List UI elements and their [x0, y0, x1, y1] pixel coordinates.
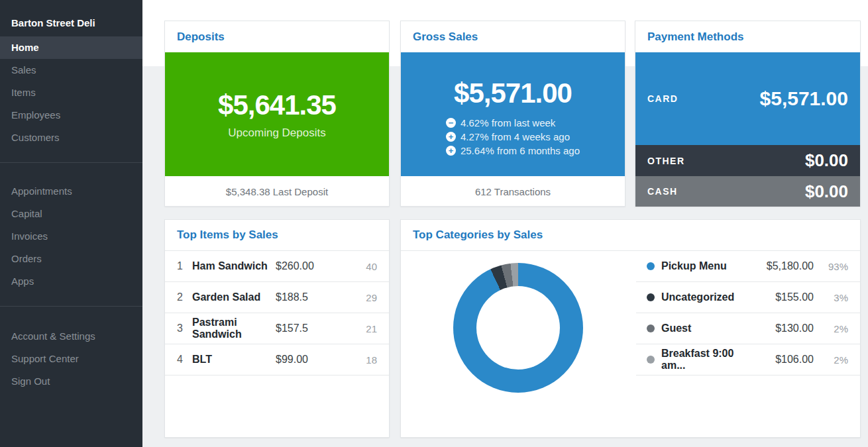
sidebar-item-sign-out[interactable]: Sign Out — [0, 370, 142, 393]
payment-row-cash: CASH $0.00 — [635, 176, 860, 207]
sidebar: Barton Street Deli Home Sales Items Empl… — [0, 0, 142, 447]
sidebar-item-apps[interactable]: Apps — [0, 270, 142, 293]
item-amount: $260.00 — [276, 260, 351, 272]
decrease-icon: − — [446, 118, 456, 128]
legend-dot-icon — [647, 293, 655, 301]
increase-icon: + — [446, 146, 456, 156]
gross-sales-block: $5,571.00 − 4.62% from last week + 4.27%… — [401, 52, 625, 176]
main-content: ? Help Deposits $5,641.35 Upcoming Depos… — [142, 0, 868, 447]
gross-sales-card: Gross Sales $5,571.00 − 4.62% from last … — [400, 21, 625, 207]
item-name: Garden Salad — [192, 291, 276, 303]
deposits-title[interactable]: Deposits — [177, 30, 225, 44]
legend-percent: 93% — [814, 261, 848, 272]
change-text: 4.62% from last week — [461, 117, 555, 128]
item-count: 18 — [351, 354, 377, 366]
legend-amount: $5,180.00 — [744, 260, 814, 272]
legend-row: Guest $130.00 2% — [636, 313, 860, 344]
business-name: Barton Street Deli — [0, 0, 142, 36]
deposits-block: $5,641.35 Upcoming Deposits — [165, 52, 389, 176]
table-row: 1 Ham Sandwich $260.00 40 — [165, 251, 389, 282]
gross-sales-footer: 612 Transactions — [401, 176, 625, 207]
sidebar-item-employees[interactable]: Employees — [0, 104, 142, 126]
change-row: + 4.27% from 4 weeks ago — [446, 130, 580, 144]
chart-legend: Pickup Menu $5,180.00 93% Uncategorized … — [636, 251, 860, 375]
item-rank: 2 — [177, 291, 192, 303]
legend-percent: 2% — [814, 354, 848, 366]
item-rank: 1 — [177, 260, 192, 272]
sidebar-item-capital[interactable]: Capital — [0, 203, 142, 225]
item-name: BLT — [192, 354, 276, 366]
table-row: 2 Garden Salad $188.5 29 — [165, 282, 389, 313]
sidebar-item-customers[interactable]: Customers — [0, 126, 142, 149]
deposits-amount: $5,641.35 — [218, 89, 336, 121]
sidebar-item-orders[interactable]: Orders — [0, 248, 142, 270]
item-rank: 4 — [177, 354, 192, 366]
legend-percent: 2% — [814, 323, 848, 334]
sidebar-item-support-center[interactable]: Support Center — [0, 348, 142, 370]
payment-row-other: OTHER $0.00 — [635, 145, 860, 176]
gross-sales-title[interactable]: Gross Sales — [413, 30, 478, 44]
sidebar-item-home[interactable]: Home — [0, 36, 142, 59]
gross-sales-amount: $5,571.00 — [454, 77, 572, 109]
donut-chart — [453, 263, 583, 393]
legend-amount: $130.00 — [744, 323, 814, 334]
deposits-card: Deposits $5,641.35 Upcoming Deposits $5,… — [164, 21, 390, 207]
change-row: + 25.64% from 6 months ago — [446, 144, 580, 158]
legend-label: Breakfast 9:00 am... — [661, 348, 744, 372]
item-name: Ham Sandwich — [192, 260, 276, 272]
change-text: 25.64% from 6 months ago — [461, 145, 580, 156]
legend-row: Breakfast 9:00 am... $106.00 2% — [636, 344, 860, 375]
item-amount: $157.5 — [276, 323, 351, 334]
payment-label: OTHER — [647, 156, 685, 166]
sidebar-item-sales[interactable]: Sales — [0, 59, 142, 81]
legend-dot-icon — [647, 262, 655, 270]
legend-label: Pickup Menu — [661, 260, 744, 272]
payment-row-card: CARD $5,571.00 — [635, 52, 860, 145]
legend-label: Uncategorized — [661, 291, 744, 303]
increase-icon: + — [446, 132, 456, 142]
payment-label: CASH — [647, 186, 678, 197]
item-count: 40 — [351, 261, 377, 272]
legend-percent: 3% — [814, 292, 848, 303]
payment-amount: $0.00 — [805, 150, 848, 171]
legend-amount: $155.00 — [744, 291, 814, 303]
legend-dot-icon — [647, 356, 655, 364]
deposits-footer: $5,348.38 Last Deposit — [165, 176, 389, 207]
sidebar-item-items[interactable]: Items — [0, 81, 142, 104]
top-items-title[interactable]: Top Items by Sales — [177, 228, 278, 242]
sidebar-item-account-settings[interactable]: Account & Settings — [0, 325, 142, 348]
top-items-card: Top Items by Sales 1 Ham Sandwich $260.0… — [164, 219, 390, 438]
payment-methods-title[interactable]: Payment Methods — [647, 30, 743, 44]
legend-row: Pickup Menu $5,180.00 93% — [636, 251, 860, 282]
table-row: 4 BLT $99.00 18 — [165, 344, 389, 375]
item-count: 29 — [351, 292, 377, 303]
legend-dot-icon — [647, 324, 655, 332]
item-rank: 3 — [177, 323, 192, 334]
sidebar-item-appointments[interactable]: Appointments — [0, 180, 142, 203]
change-row: − 4.62% from last week — [446, 116, 580, 130]
sidebar-item-invoices[interactable]: Invoices — [0, 225, 142, 248]
item-count: 21 — [351, 323, 377, 334]
payment-methods-card: Payment Methods CARD $5,571.00 OTHER $0.… — [635, 21, 861, 207]
table-row: 3 Pastrami Sandwich $157.5 21 — [165, 313, 389, 344]
dashboard-page: Barton Street Deli Home Sales Items Empl… — [0, 0, 868, 447]
deposits-caption: Upcoming Deposits — [228, 126, 325, 140]
legend-row: Uncategorized $155.00 3% — [636, 282, 860, 313]
item-amount: $99.00 — [276, 354, 351, 366]
top-categories-title[interactable]: Top Categories by Sales — [413, 228, 543, 242]
legend-label: Guest — [661, 323, 744, 334]
item-name: Pastrami Sandwich — [192, 317, 276, 340]
payment-label: CARD — [647, 93, 678, 104]
legend-amount: $106.00 — [744, 354, 814, 366]
change-text: 4.27% from 4 weeks ago — [461, 131, 570, 142]
gross-sales-changes: − 4.62% from last week + 4.27% from 4 we… — [446, 116, 580, 158]
payment-amount: $5,571.00 — [760, 87, 848, 110]
top-categories-card: Top Categories by Sales Pickup Menu $5,1… — [400, 219, 861, 438]
payment-amount: $0.00 — [805, 181, 848, 202]
item-amount: $188.5 — [276, 291, 351, 303]
